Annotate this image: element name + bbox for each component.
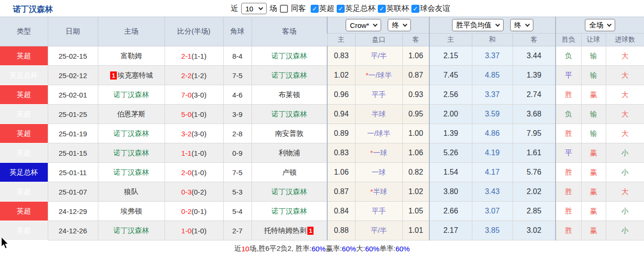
col-header-home: 主场 bbox=[98, 17, 165, 46]
away-team-cell: 托特纳姆热刺1 bbox=[252, 221, 327, 240]
handicap-text: 平手 bbox=[372, 207, 386, 215]
crow-home-odds: 0.84 bbox=[327, 202, 355, 221]
col-header-date: 日期 bbox=[48, 17, 98, 46]
date-cell: 25-02-12 bbox=[48, 66, 98, 85]
odds-source-select[interactable]: Crow* bbox=[346, 19, 381, 31]
handicap-result-cell: 赢 bbox=[581, 143, 606, 163]
goals-result-cell: 大 bbox=[606, 124, 644, 143]
league-filter-checkbox[interactable] bbox=[411, 5, 419, 13]
chevron-down-icon bbox=[402, 22, 407, 27]
handicap-cell: 平手 bbox=[355, 202, 402, 221]
home-team-name: 埃弗顿 bbox=[121, 207, 142, 215]
result-cell: 胜 bbox=[556, 182, 581, 202]
away-team-name: 托特纳姆热刺 bbox=[264, 226, 306, 234]
avg-draw-odds: 3.85 bbox=[472, 221, 513, 240]
halftime-score: (3-0) bbox=[191, 91, 207, 99]
avg-win-odds: 2.56 bbox=[429, 85, 472, 105]
match-row: 英超25-02-15富勒姆2-1(1-1)8-4诺丁汉森林0.83平/半1.06… bbox=[0, 46, 644, 66]
fulltime-score: 2-1 bbox=[181, 52, 191, 60]
handicap-text: 半球 bbox=[373, 187, 387, 195]
crow-home-odds: 0.89 bbox=[327, 124, 355, 143]
group-header-crow-odds: Crow* 终 bbox=[327, 17, 429, 34]
handicap-text: 一球 bbox=[373, 149, 387, 157]
handicap-result-cell: 赢 bbox=[581, 182, 606, 202]
away-team-cell: 诺丁汉森林 bbox=[252, 182, 327, 202]
avg-type-value: 胜平负均值 bbox=[456, 21, 492, 30]
match-count-select[interactable]: 10 bbox=[241, 3, 267, 14]
home-team-name: 狼队 bbox=[124, 187, 139, 195]
halftime-score: (0-1) bbox=[191, 207, 207, 215]
scope-select[interactable]: 全场 bbox=[585, 19, 615, 31]
fulltime-score: 0-3 bbox=[181, 188, 191, 196]
avg-lose-odds: 2.74 bbox=[513, 85, 556, 105]
avg-type-select[interactable]: 胜平负均值 bbox=[452, 19, 504, 31]
avg-win-odds: 3.80 bbox=[429, 182, 472, 202]
type-cell: 英超 bbox=[0, 221, 48, 240]
goals-result-cell: 大 bbox=[606, 85, 644, 105]
chevron-down-icon bbox=[373, 22, 377, 27]
avg-win-odds: 2.17 bbox=[429, 221, 472, 240]
fulltime-score: 1-0 bbox=[181, 227, 191, 235]
avg-lose-odds: 2.85 bbox=[513, 202, 556, 221]
league-filter-checkbox[interactable] bbox=[378, 5, 386, 13]
avg-draw-odds: 4.17 bbox=[472, 163, 513, 182]
fulltime-score: 2-2 bbox=[181, 71, 191, 80]
goals-result-cell: 小 bbox=[606, 202, 644, 221]
home-team-cell: 1埃克塞特城 bbox=[98, 66, 165, 85]
handicap-text: 平/半 bbox=[371, 52, 387, 60]
footer-text-part: 60% bbox=[395, 245, 409, 253]
avg-lose-odds: 2.02 bbox=[513, 182, 556, 202]
home-team-cell: 诺丁汉森林 bbox=[98, 143, 165, 163]
type-cell: 英足总杯 bbox=[0, 163, 48, 182]
avg-time-select[interactable]: 终 bbox=[510, 19, 533, 31]
chevron-down-icon bbox=[525, 22, 530, 27]
avg-win-odds: 2.66 bbox=[429, 202, 472, 221]
same-opponent-checkbox[interactable] bbox=[280, 5, 288, 13]
goals-result-cell: 大 bbox=[606, 105, 644, 124]
corner-cell: 7-5 bbox=[223, 66, 252, 85]
chevron-down-icon bbox=[259, 6, 263, 10]
rank-badge: 1 bbox=[110, 71, 116, 80]
crow-away-odds: 0.87 bbox=[402, 66, 429, 85]
odds-source-value: Crow* bbox=[350, 21, 369, 29]
col-header-away: 客场 bbox=[252, 17, 327, 46]
avg-win-odds: 1.39 bbox=[429, 124, 472, 143]
result-cell: 胜 bbox=[556, 163, 581, 182]
match-row: 英足总杯25-02-121埃克塞特城2-2(1-2)7-5诺丁汉森林1.02*一… bbox=[0, 66, 644, 85]
goals-result-cell: 大 bbox=[606, 46, 644, 66]
avg-win-odds: 2.00 bbox=[429, 105, 472, 124]
avg-time-value: 终 bbox=[514, 21, 522, 30]
col-header-type: 类型 bbox=[0, 17, 48, 46]
away-team-cell: 南安普敦 bbox=[252, 124, 327, 143]
type-cell: 英超 bbox=[0, 46, 48, 66]
handicap-result-cell: 赢 bbox=[581, 85, 606, 105]
avg-draw-odds: 4.19 bbox=[472, 143, 513, 163]
sub-header-crow-home: 主 bbox=[327, 34, 355, 46]
league-filter-label: 英联杯 bbox=[386, 4, 409, 14]
fulltime-score: 7-0 bbox=[181, 91, 191, 99]
goals-result-cell: 小 bbox=[606, 143, 644, 163]
handicap-cell: 平/半 bbox=[355, 46, 402, 66]
handicap-result-cell: 输 bbox=[581, 124, 606, 143]
corner-cell: 5-3 bbox=[223, 182, 252, 202]
handicap-cell: *一球 bbox=[355, 143, 402, 163]
halftime-score: (3-0) bbox=[191, 130, 207, 138]
league-filter-checkbox[interactable] bbox=[337, 5, 345, 13]
handicap-cell: 一/球半 bbox=[355, 124, 402, 143]
matches-table: 类型 日期 主场 比分(半场) 角球 客场 Crow* 终 bbox=[0, 17, 644, 240]
avg-draw-odds: 4.85 bbox=[472, 66, 513, 85]
league-filter-checkbox[interactable] bbox=[311, 5, 319, 13]
footer-text-part: 大: bbox=[356, 244, 365, 253]
result-cell: 平 bbox=[556, 143, 581, 163]
score-cell: 3-2(3-0) bbox=[165, 124, 223, 143]
matches-label: 场 bbox=[270, 4, 277, 14]
away-team-cell: 利物浦 bbox=[252, 143, 327, 163]
page-title: 诺丁汉森林 bbox=[13, 4, 53, 15]
crow-away-odds: 0.82 bbox=[402, 163, 429, 182]
handicap-cell: 平/半 bbox=[355, 221, 402, 240]
crow-home-odds: 0.94 bbox=[327, 105, 355, 124]
odds-time-select[interactable]: 终 bbox=[388, 19, 411, 31]
type-cell: 英超 bbox=[0, 85, 48, 105]
date-cell: 25-01-11 bbox=[48, 163, 98, 182]
scope-value: 全场 bbox=[589, 21, 603, 30]
